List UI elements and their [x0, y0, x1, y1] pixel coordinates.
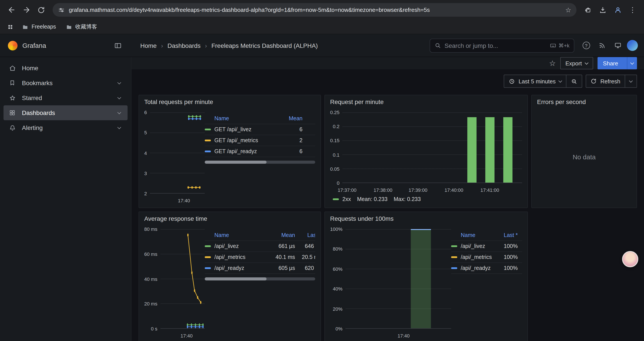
time-range-picker[interactable]: Last 5 minutes [504, 75, 566, 87]
series-color-dash [451, 256, 457, 258]
refresh-interval-picker[interactable] [625, 75, 636, 87]
bar[interactable] [503, 117, 512, 183]
search-placeholder: Search or jump to... [444, 42, 498, 49]
legend-row: /api/_readyz 605 µs 620 µs [205, 263, 315, 274]
share-menu-toggle[interactable] [627, 57, 637, 69]
search-input[interactable]: Search or jump to... ⌘+k [430, 38, 574, 53]
scrollbar-thumb[interactable] [205, 161, 266, 164]
panel-title[interactable]: Requests under 100ms [325, 212, 528, 223]
y-axis: 100%80%60%40%20%0% [330, 226, 342, 331]
sidebar-item-dashboards[interactable]: Dashboards [4, 105, 128, 120]
series-color-dash [205, 140, 211, 141]
panel-total-requests: Total requests per minute 65432 17:40 [138, 95, 321, 208]
bell-icon [8, 124, 16, 131]
zoom-out-button[interactable] [566, 75, 582, 87]
browser-menu-icon[interactable]: ⋮ [626, 3, 640, 17]
legend-header-mean[interactable]: Mean [270, 232, 295, 238]
apps-grid-icon[interactable] [4, 21, 16, 33]
bar[interactable] [467, 117, 476, 183]
grafana-topbar: Grafana Home › Dashboards › Freeleaps Me… [0, 34, 644, 57]
scrollbar-thumb[interactable] [205, 277, 266, 280]
legend-row: /api/_metrics 40.1 ms 20.5 ms [205, 252, 315, 263]
sidebar-item-alerting[interactable]: Alerting [4, 120, 128, 135]
x-axis: 17:40 [160, 331, 205, 338]
panel-title[interactable]: Request per minute [325, 95, 528, 106]
bar[interactable] [485, 117, 494, 183]
panel-title[interactable]: Average response time [139, 212, 320, 223]
downloads-icon[interactable] [596, 3, 610, 17]
kebab-icon: ⋮ [629, 6, 636, 14]
puzzle-icon [584, 6, 592, 14]
refresh-button[interactable]: Refresh [586, 75, 625, 87]
download-arrow-icon [599, 6, 607, 14]
panel-title[interactable]: Errors per second [532, 95, 636, 106]
grafana-logo[interactable] [8, 41, 18, 50]
browser-profile-icon[interactable] [611, 3, 625, 17]
forward-arrow-icon [22, 6, 30, 14]
chart-requests-under-100ms: 100%80%60%40%20%0% 17:40 [330, 226, 451, 338]
legend-scrollbar[interactable] [205, 161, 315, 164]
legend-scrollbar[interactable] [205, 277, 315, 280]
legend-header: Name Last * [451, 230, 522, 241]
floating-assistant-avatar[interactable] [622, 251, 638, 267]
legend-header-last[interactable]: Last * [496, 232, 518, 238]
legend-header-name[interactable]: Name [451, 232, 496, 238]
omnibox[interactable]: grafana.mathmast.com/d/deytv4rwavabkb/fr… [52, 3, 576, 17]
legend-header-mean[interactable]: Mean [282, 115, 302, 122]
plot-area[interactable] [150, 109, 205, 196]
chevron-down-icon[interactable] [118, 125, 121, 129]
chevron-down-icon[interactable] [118, 96, 121, 99]
y-axis: 0.250.20.150.10.050 [330, 109, 340, 186]
bookmark-star-icon[interactable]: ☆ [565, 7, 571, 13]
site-info-icon[interactable] [58, 6, 65, 14]
legend: Name Mean GET /api/_livez 6 GET /api/_me… [205, 113, 315, 203]
back-button[interactable] [4, 3, 18, 17]
share-label[interactable]: Share [598, 57, 624, 69]
panel-row-2: Average response time 80 ms60 ms40 ms20 … [138, 212, 637, 341]
bookmark-label: 收藏博客 [75, 23, 97, 31]
legend-mean: Mean: 0.233 [357, 196, 388, 202]
favorite-star-button[interactable]: ☆ [549, 59, 556, 68]
chevron-down-icon [558, 79, 562, 83]
export-button[interactable]: Export [560, 57, 593, 69]
series-color-dash [451, 267, 457, 269]
panel-grid: Total requests per minute 65432 17:40 [132, 88, 644, 341]
breadcrumb-dashboards[interactable]: Dashboards [168, 42, 200, 49]
mega-menu-toggle[interactable] [111, 39, 124, 52]
panel-title[interactable]: Total requests per minute [139, 95, 320, 106]
plot-area[interactable] [346, 226, 451, 331]
help-button[interactable]: ? [580, 39, 593, 52]
reload-button[interactable] [34, 3, 48, 17]
forward-button[interactable] [19, 3, 33, 17]
url-text: grafana.mathmast.com/d/deytv4rwavabkb/fr… [69, 7, 561, 13]
grid-icon [7, 24, 13, 30]
plot-area[interactable] [342, 109, 522, 186]
sidebar-item-starred[interactable]: Starred [4, 90, 128, 105]
legend-header-last[interactable]: Last * [295, 232, 315, 238]
keyboard-icon [550, 42, 556, 49]
bookmark-item-blogs[interactable]: 收藏博客 [62, 21, 100, 32]
legend-header-name[interactable]: Name [205, 115, 282, 122]
sidebar-item-bookmarks[interactable]: Bookmarks [4, 76, 128, 90]
news-button[interactable] [595, 39, 608, 52]
breadcrumb-home[interactable]: Home [140, 42, 157, 49]
share-button[interactable]: Share [598, 57, 637, 69]
extensions-icon[interactable] [581, 3, 595, 17]
series-color-dash [205, 245, 211, 247]
panel-errors-per-second: Errors per second No data [531, 95, 637, 208]
dashboard-main: ☆ Export Share Last 5 minutes [132, 57, 644, 341]
panel-row-1: Total requests per minute 65432 17:40 [138, 95, 637, 208]
legend-header: Name Mean [205, 113, 315, 124]
chevron-down-icon[interactable] [118, 110, 121, 114]
bookmark-item-freeleaps[interactable]: Freeleaps [18, 22, 60, 32]
user-avatar[interactable] [627, 40, 638, 51]
plot-area[interactable] [160, 226, 205, 331]
export-label: Export [565, 60, 582, 67]
chart-avg-response-time: 80 ms60 ms40 ms20 ms0 s 17:40 [144, 226, 205, 338]
back-arrow-icon [7, 6, 16, 14]
sidebar-item-home[interactable]: Home [4, 61, 128, 76]
legend-header-name[interactable]: Name [205, 232, 270, 238]
bar[interactable] [411, 229, 431, 328]
chevron-down-icon[interactable] [118, 81, 121, 84]
display-button[interactable] [611, 39, 624, 52]
